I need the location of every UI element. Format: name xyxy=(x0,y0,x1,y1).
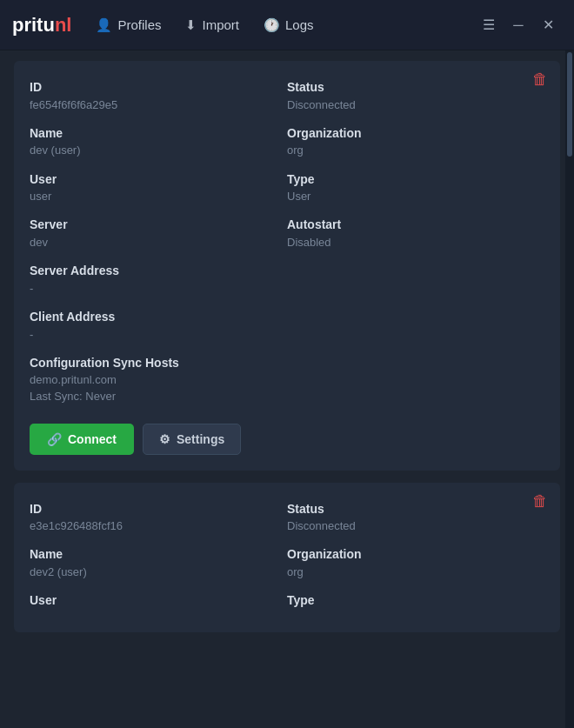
close-icon: ✕ xyxy=(543,17,554,33)
profile-card-0: 🗑 ID fe654f6f6f6a29e5 Status Disconnecte… xyxy=(14,61,560,471)
server-address-value-0: - xyxy=(30,281,544,297)
server-value-0: dev xyxy=(30,235,287,250)
delete-button-1[interactable]: 🗑 xyxy=(532,493,548,509)
profile-card-1: 🗑 ID e3e1c926488fcf16 Status Disconnecte… xyxy=(14,483,560,632)
field-server-address-0: Server Address - xyxy=(30,257,544,303)
status-label-0: Status xyxy=(287,79,544,97)
id-label-0: ID xyxy=(30,79,287,97)
nav-profiles[interactable]: 👤 Profiles xyxy=(85,12,171,38)
delete-button-0[interactable]: 🗑 xyxy=(532,71,548,87)
name-value-1: dev2 (user) xyxy=(30,564,287,580)
name-value-0: dev (user) xyxy=(30,143,287,158)
field-user-1: User xyxy=(30,586,287,617)
status-value-0: Disconnected xyxy=(287,97,544,113)
org-value-0: org xyxy=(287,143,544,158)
field-user-0: User user xyxy=(30,165,287,211)
type-label-1: Type xyxy=(287,592,544,610)
minimize-button[interactable]: ─ xyxy=(504,11,532,39)
scrollbar-thumb[interactable] xyxy=(567,52,572,157)
scrollbar-track xyxy=(565,50,574,728)
type-label-0: Type xyxy=(287,171,544,189)
field-sync-0: Configuration Sync Hosts demo.pritunl.co… xyxy=(30,349,544,411)
user-value-0: user xyxy=(30,189,287,204)
field-server-0: Server dev xyxy=(30,210,287,257)
client-address-value-0: - xyxy=(30,327,544,343)
field-id-1: ID e3e1c926488fcf16 xyxy=(30,495,287,541)
sync-host-0: demo.pritunl.com xyxy=(30,372,544,388)
logo-text-pri: pritu xyxy=(12,14,55,36)
id-value-1: e3e1c926488fcf16 xyxy=(30,518,287,534)
sync-label-0: Configuration Sync Hosts xyxy=(30,355,544,372)
type-value-0: User xyxy=(287,189,544,204)
name-label-1: Name xyxy=(30,546,287,564)
org-label-0: Organization xyxy=(287,125,544,143)
field-id-0: ID fe654f6f6f6a29e5 xyxy=(30,73,287,119)
menu-button[interactable]: ☰ xyxy=(475,11,503,39)
main-content: 🗑 ID fe654f6f6f6a29e5 Status Disconnecte… xyxy=(0,50,574,643)
field-type-1: Type xyxy=(287,586,544,617)
autostart-label-0: Autostart xyxy=(287,217,544,234)
nav-profiles-label: Profiles xyxy=(117,17,161,32)
connect-icon-0: 🔗 xyxy=(47,432,62,446)
profile-grid-1: ID e3e1c926488fcf16 Status Disconnected … xyxy=(30,495,544,617)
id-label-1: ID xyxy=(30,501,287,518)
settings-label-0: Settings xyxy=(177,432,224,446)
app-logo: pritunl xyxy=(12,14,71,37)
logo-text-tunl: nl xyxy=(55,14,72,36)
sync-last-0: Last Sync: Never xyxy=(30,389,544,404)
field-org-0: Organization org xyxy=(287,119,544,165)
field-type-0: Type User xyxy=(287,165,544,211)
profile-grid-0: ID fe654f6f6f6a29e5 Status Disconnected … xyxy=(30,73,544,411)
minimize-icon: ─ xyxy=(513,17,523,33)
import-icon: ⬇ xyxy=(185,17,197,33)
navbar: pritunl 👤 Profiles ⬇ Import 🕐 Logs ☰ ─ ✕ xyxy=(0,0,574,50)
client-address-label-0: Client Address xyxy=(30,309,544,326)
field-client-address-0: Client Address - xyxy=(30,303,544,349)
nav-import-label: Import xyxy=(202,17,239,32)
nav-logs-label: Logs xyxy=(285,17,314,32)
nav-items: 👤 Profiles ⬇ Import 🕐 Logs xyxy=(85,12,475,38)
server-address-label-0: Server Address xyxy=(30,263,544,280)
nav-import[interactable]: ⬇ Import xyxy=(175,12,250,38)
id-value-0: fe654f6f6f6a29e5 xyxy=(30,97,287,113)
menu-icon: ☰ xyxy=(483,17,495,33)
user-label-1: User xyxy=(30,592,287,610)
close-button[interactable]: ✕ xyxy=(534,11,562,39)
status-label-1: Status xyxy=(287,501,544,518)
field-status-0: Status Disconnected xyxy=(287,73,544,119)
logs-icon: 🕐 xyxy=(264,17,280,33)
autostart-value-0: Disabled xyxy=(287,235,544,250)
connect-button-0[interactable]: 🔗 Connect xyxy=(30,424,134,455)
settings-button-0[interactable]: ⚙ Settings xyxy=(143,424,241,455)
window-controls: ☰ ─ ✕ xyxy=(475,11,562,39)
profiles-icon: 👤 xyxy=(96,17,112,33)
field-name-1: Name dev2 (user) xyxy=(30,540,287,586)
status-value-1: Disconnected xyxy=(287,518,544,534)
field-autostart-0: Autostart Disabled xyxy=(287,210,544,257)
user-label-0: User xyxy=(30,171,287,189)
connect-label-0: Connect xyxy=(68,432,117,446)
card-actions-0: 🔗 Connect ⚙ Settings xyxy=(30,424,544,455)
field-org-1: Organization org xyxy=(287,540,544,586)
org-label-1: Organization xyxy=(287,546,544,564)
org-value-1: org xyxy=(287,564,544,580)
settings-icon-0: ⚙ xyxy=(159,432,170,446)
server-label-0: Server xyxy=(30,217,287,234)
name-label-0: Name xyxy=(30,125,287,143)
nav-logs[interactable]: 🕐 Logs xyxy=(253,12,324,38)
field-name-0: Name dev (user) xyxy=(30,119,287,165)
field-status-1: Status Disconnected xyxy=(287,495,544,541)
